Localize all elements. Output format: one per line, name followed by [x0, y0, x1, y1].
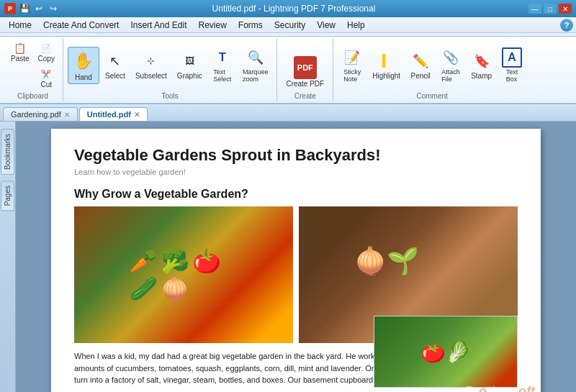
document-subtitle: Learn how to vegetable garden!: [74, 168, 518, 176]
attach-file-icon: 📎: [441, 47, 461, 68]
text-box-icon: A: [502, 47, 522, 68]
create-label: Create: [294, 91, 316, 100]
minimize-button[interactable]: —: [528, 4, 541, 14]
copy-icon: 📄: [40, 42, 53, 55]
tab-gardening[interactable]: Gardening.pdf ✕: [3, 107, 78, 121]
ribbon-group-comment: 📝 StickyNote ▍ Highlight ✏️ Pencil 📎 Att…: [333, 38, 531, 101]
text-select-button[interactable]: T TextSelect: [208, 45, 237, 86]
paste-icon: 📋: [14, 42, 27, 55]
copy-cut-group: 📄 Copy ✂️ Cut: [35, 40, 58, 91]
tools-label: Tools: [161, 91, 178, 100]
document-area: Gardening.pdf ✕ Untitled.pdf ✕ Bookmarks…: [0, 104, 576, 392]
graphic-icon: 🖼: [179, 51, 199, 71]
create-pdf-button[interactable]: PDF Create PDF: [282, 53, 328, 91]
sticky-note-icon: 📝: [342, 47, 362, 68]
tab-untitled[interactable]: Untitled.pdf ✕: [79, 107, 148, 121]
document-title: Vegetable Gardens Sprout in Backyards!: [74, 146, 518, 165]
menu-review[interactable]: Review: [192, 19, 232, 32]
close-tab-gardening[interactable]: ✕: [64, 111, 70, 119]
tabs-bar: Gardening.pdf ✕ Untitled.pdf ✕: [0, 104, 576, 122]
window-title: Untitled.pdf - Lightning PDF 7 Professio…: [212, 4, 376, 14]
app-icon: P: [4, 3, 16, 14]
hand-icon: ✋: [72, 50, 95, 73]
comment-label: Comment: [416, 91, 447, 100]
sidebar-bookmarks[interactable]: Bookmarks: [1, 129, 14, 175]
sidebar: Bookmarks Pages: [0, 122, 16, 392]
ribbon-content: 📋 Paste 📄 Copy ✂️ Cut: [0, 36, 576, 103]
title-bar: P 💾 ↩ ↪ Untitled.pdf - Lightning PDF 7 P…: [0, 0, 576, 17]
help-icon: ?: [560, 19, 573, 32]
subselect-icon: ⊹: [141, 51, 161, 71]
highlight-button[interactable]: ▍ Highlight: [368, 48, 405, 83]
section-title: Why Grow a Vegetable Garden?: [74, 188, 518, 201]
pdf-page: Vegetable Gardens Sprout in Backyards! L…: [51, 129, 541, 392]
attach-file-button[interactable]: 📎 AttachFile: [436, 45, 465, 86]
menu-help[interactable]: Help: [341, 19, 371, 32]
select-icon: ↖: [105, 51, 125, 71]
copy-button[interactable]: 📄 Copy: [35, 40, 58, 65]
menu-insert-edit[interactable]: Insert And Edit: [125, 19, 192, 32]
sidebar-pages[interactable]: Pages: [1, 181, 14, 211]
text-select-icon: T: [212, 47, 233, 68]
highlight-icon: ▍: [377, 51, 397, 71]
vegetable-image: [74, 206, 293, 343]
paste-copy-cut: 📋 Paste 📄 Copy ✂️ Cut: [7, 40, 58, 91]
create-items: PDF Create PDF: [282, 40, 328, 91]
stamp-button[interactable]: 🔖 Stamp: [467, 48, 496, 83]
menu-home[interactable]: Home: [3, 19, 37, 32]
ribbon-group-create: PDF Create PDF Create: [277, 38, 333, 101]
ribbon-group-clipboard: 📋 Paste 📄 Copy ✂️ Cut: [3, 38, 63, 101]
clipboard-items: 📋 Paste 📄 Copy ✂️ Cut: [7, 40, 58, 91]
text-box-button[interactable]: A TextBox: [498, 45, 526, 86]
menu-create-convert[interactable]: Create And Convert: [37, 19, 125, 32]
toolbar-icon-1[interactable]: 💾: [19, 3, 30, 14]
page-container[interactable]: Vegetable Gardens Sprout in Backyards! L…: [16, 122, 576, 392]
title-bar-left: P 💾 ↩ ↪: [4, 3, 59, 14]
brothers-watermark: Bröthersoft: [464, 384, 535, 392]
stamp-icon: 🔖: [472, 51, 492, 71]
menu-security[interactable]: Security: [269, 19, 311, 32]
main-area: Bookmarks Pages Vegetable Gardens Sprout…: [0, 122, 576, 392]
marquee-zoom-button[interactable]: 🔍 Marqueezoom: [238, 45, 273, 86]
toolbar-icon-3[interactable]: ↪: [48, 3, 59, 14]
cut-button[interactable]: ✂️ Cut: [35, 65, 58, 91]
maximize-button[interactable]: □: [544, 4, 557, 14]
toolbar-icon-2[interactable]: ↩: [33, 3, 45, 14]
ribbon-group-tools: ✋ Hand ↖ Select ⊹ Subselect 🖼 Graphic T: [63, 38, 277, 101]
select-button[interactable]: ↖ Select: [101, 48, 130, 83]
menu-view[interactable]: View: [311, 19, 341, 32]
menu-forms[interactable]: Forms: [233, 19, 269, 32]
create-pdf-icon: PDF: [294, 56, 317, 79]
pencil-icon: ✏️: [410, 51, 431, 71]
sticky-note-button[interactable]: 📝 StickyNote: [338, 45, 366, 86]
window-controls: — □ ✕: [528, 4, 572, 14]
clipboard-label: Clipboard: [17, 91, 48, 100]
subselect-button[interactable]: ⊹ Subselect: [131, 48, 171, 83]
paste-button[interactable]: 📋 Paste: [7, 40, 33, 91]
hand-button[interactable]: ✋ Hand: [68, 47, 99, 84]
ribbon: 📋 Paste 📄 Copy ✂️ Cut: [0, 33, 576, 104]
close-tab-untitled[interactable]: ✕: [134, 111, 140, 119]
paste-area: 📋 Paste 📄 Copy ✂️ Cut: [7, 40, 58, 91]
tools-items: ✋ Hand ↖ Select ⊹ Subselect 🖼 Graphic T: [68, 40, 272, 91]
pencil-button[interactable]: ✏️ Pencil: [406, 48, 435, 83]
comment-items: 📝 StickyNote ▍ Highlight ✏️ Pencil 📎 Att…: [338, 40, 526, 91]
graphic-button[interactable]: 🖼 Graphic: [173, 48, 207, 83]
marquee-zoom-icon: 🔍: [246, 47, 266, 68]
menu-bar: Home Create And Convert Insert And Edit …: [0, 17, 576, 33]
close-button[interactable]: ✕: [559, 4, 572, 14]
bottom-right-image: [374, 316, 518, 388]
cut-icon: ✂️: [40, 68, 53, 81]
help-button[interactable]: ?: [560, 19, 573, 32]
